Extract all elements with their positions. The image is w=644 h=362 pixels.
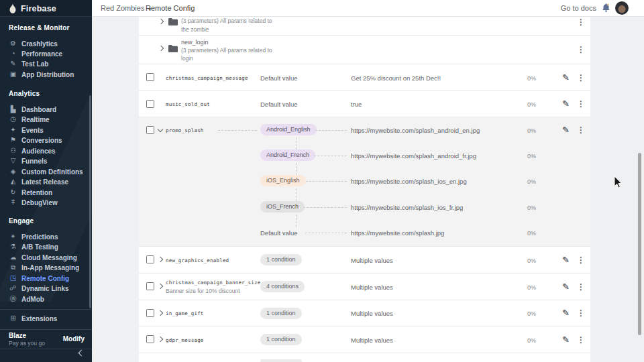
brand-name: Firebase	[21, 4, 56, 13]
sidebar-item-in-app-messaging[interactable]: ⧉ In-App Messaging	[0, 263, 92, 272]
condition-count-pill: 1 condition	[260, 308, 302, 319]
sidebar-item-admob[interactable]: ⓐ AdMob	[0, 294, 92, 304]
connector-dash	[306, 181, 347, 182]
sidebar-item-latest-release[interactable]: ◭ Latest Release	[0, 177, 92, 186]
row-checkbox[interactable]	[146, 282, 154, 290]
events-icon: ✦	[8, 125, 18, 135]
sidebar-item-debugview[interactable]: ǂ DebugView	[0, 198, 92, 207]
variant-value: https://mywebsite.com/splash_android_fr.…	[351, 152, 476, 160]
row-checkbox[interactable]	[146, 335, 154, 343]
edit-pencil-icon[interactable]: ✎	[562, 335, 570, 345]
more-menu-icon[interactable]: ⋮	[577, 126, 585, 135]
admob-icon: ⓐ	[8, 294, 18, 304]
variant-value: https://mywebsite.com/splash.jpg	[351, 229, 444, 237]
more-menu-icon[interactable]: ⋮	[577, 46, 585, 54]
sidebar-item-label: Cloud Messaging	[21, 254, 77, 261]
predictions-icon: ✴	[8, 232, 18, 241]
rollout-percent: 0%	[527, 127, 536, 134]
sidebar-item-app-distribution[interactable]: ▣ App Distribution	[0, 70, 92, 79]
condition-count-pill: 1 condition	[260, 334, 302, 345]
table-row-parameter: christmas_campaign_message Default value…	[139, 64, 590, 91]
sidebar-item-performance[interactable]: ◔ Performance	[0, 49, 92, 58]
sidebar-item-dashboard[interactable]: ▙ Dashboard	[0, 105, 92, 114]
more-menu-icon[interactable]: ⋮	[577, 18, 585, 27]
row-checkbox[interactable]	[146, 126, 154, 134]
sidebar-item-crashlytics[interactable]: ⚙ Crashlytics	[0, 39, 92, 48]
page-scrollbar[interactable]	[638, 153, 641, 335]
avatar[interactable]	[615, 1, 629, 15]
chevron-down-icon[interactable]	[158, 127, 163, 132]
sidebar-divider	[0, 349, 92, 349]
row-checkbox[interactable]	[146, 255, 154, 263]
plan-name: Blaze	[9, 332, 26, 339]
group-description: the zombie	[181, 26, 209, 33]
sidebar-item-extensions[interactable]: ⊞ Extensions	[0, 314, 92, 323]
sidebar-item-label: AdMob	[21, 296, 44, 303]
latest-release-icon: ◭	[8, 177, 18, 186]
plan-modify-button[interactable]: Modify	[63, 335, 85, 343]
chevron-right-icon[interactable]	[158, 337, 163, 342]
condition-count-pill: 4 conditions	[260, 281, 305, 292]
breadcrumb[interactable]: Remote Config	[146, 4, 195, 12]
alerts-bell-icon[interactable]	[602, 3, 610, 13]
chevron-right-icon[interactable]	[158, 19, 164, 24]
sidebar-item-cloud-messaging[interactable]: ☁ Cloud Messaging	[0, 253, 92, 262]
rollout-percent: 0%	[527, 230, 536, 237]
edit-pencil-icon[interactable]: ✎	[562, 73, 570, 82]
rollout-percent: 0%	[527, 101, 536, 108]
sidebar-item-realtime[interactable]: ◷ Realtime	[0, 115, 92, 124]
sidebar-item-conversions[interactable]: ⚑ Conversions	[0, 135, 92, 145]
section-title-engage: Engage	[9, 217, 34, 225]
group-description: (3 parameters) All params related to	[181, 17, 272, 24]
sidebar-collapse-chevron-icon[interactable]	[78, 351, 83, 356]
chevron-right-icon[interactable]	[158, 46, 164, 51]
row-checkbox[interactable]	[146, 309, 154, 317]
more-menu-icon[interactable]: ⋮	[577, 100, 585, 109]
sidebar-item-events[interactable]: ✦ Events	[0, 125, 92, 135]
variant-value: https://mywebsite.com/splash_ios_fr.jpg	[351, 204, 463, 211]
sidebar-item-label: Remote Config	[21, 275, 69, 282]
more-menu-icon[interactable]: ⋮	[577, 256, 585, 265]
project-selector[interactable]: Red Zombies▾	[101, 4, 151, 12]
sidebar-item-retention[interactable]: ↻ Retention	[0, 188, 92, 197]
edit-pencil-icon[interactable]: ✎	[562, 308, 570, 318]
more-menu-icon[interactable]: ⋮	[577, 74, 585, 82]
sidebar-item-audiences[interactable]: ⚇ Audiences	[0, 146, 92, 156]
sidebar-divider	[0, 309, 92, 310]
table-row-parameter: new_graphics_enabled 1 condition Multipl…	[139, 247, 590, 274]
row-checkbox[interactable]	[146, 73, 154, 81]
row-checkbox[interactable]	[146, 100, 154, 108]
rollout-percent: 0%	[527, 75, 536, 82]
sidebar-item-remote-config[interactable]: ◳ Remote Config	[0, 274, 92, 283]
funnels-icon: ▽	[8, 156, 18, 166]
rollout-percent: 0%	[527, 310, 536, 317]
edit-pencil-icon[interactable]: ✎	[562, 282, 570, 292]
more-menu-icon[interactable]: ⋮	[577, 283, 585, 292]
remote-config-content: (3 parameters) All params related to the…	[92, 17, 644, 362]
chevron-right-icon[interactable]	[158, 284, 163, 289]
edit-pencil-icon[interactable]: ✎	[562, 255, 570, 265]
condition-count-pill: 1 condition	[260, 254, 302, 265]
variant-value: https://mywebsite.com/splash_ios_en.jpg	[351, 178, 467, 185]
sidebar-item-ab-testing[interactable]: ⚗ A/B Testing	[0, 242, 92, 251]
sidebar-item-funnels[interactable]: ▽ Funnels	[0, 156, 92, 166]
sidebar-item-custom-definitions[interactable]: ◈ Custom Definitions	[0, 167, 92, 176]
go-to-docs-link[interactable]: Go to docs	[561, 4, 596, 12]
sidebar-item-label: App Distribution	[21, 71, 74, 78]
chevron-right-icon[interactable]	[158, 257, 163, 262]
chevron-right-icon[interactable]	[158, 310, 163, 316]
table-row-parameter: christmas_campaign_banner_size Banner si…	[139, 274, 590, 300]
sidebar-item-dynamic-links[interactable]: ☍ Dynamic Links	[0, 284, 92, 293]
more-menu-icon[interactable]: ⋮	[577, 309, 585, 318]
rollout-percent: 0%	[527, 178, 536, 185]
edit-pencil-icon[interactable]: ✎	[562, 99, 570, 109]
sidebar-item-label: A/B Testing	[21, 243, 58, 251]
sidebar-item-predictions[interactable]: ✴ Predictions	[0, 232, 92, 241]
sidebar-item-test-lab[interactable]: ✎ Test Lab	[0, 59, 92, 68]
more-menu-icon[interactable]: ⋮	[577, 336, 585, 345]
variant-value: https://mywebsite.com/splash_android_en.…	[351, 127, 480, 134]
condition-label: Default value	[260, 229, 297, 237]
sidebar-scrollbar[interactable]	[89, 95, 91, 308]
firebase-brand[interactable]: Firebase	[0, 0, 92, 17]
edit-pencil-icon[interactable]: ✎	[562, 125, 570, 135]
